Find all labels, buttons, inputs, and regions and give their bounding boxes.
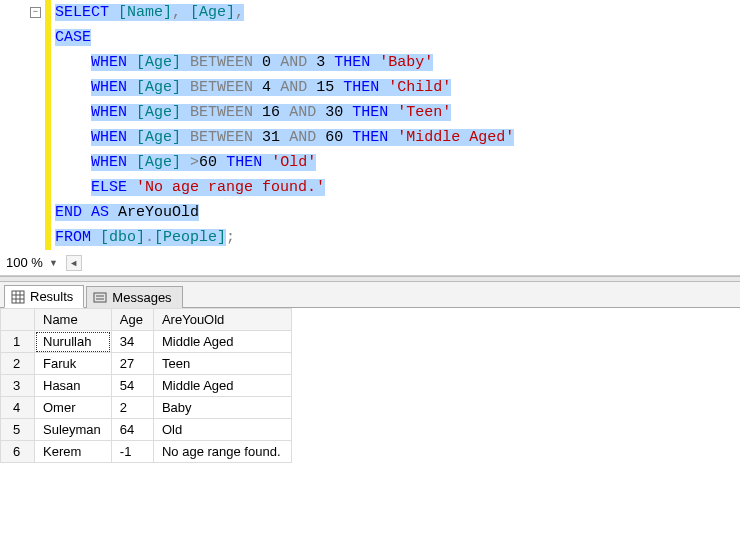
chevron-down-icon: ▼: [49, 258, 58, 268]
code-line[interactable]: WHEN [Age] BETWEEN 0 AND 3 THEN 'Baby': [55, 50, 514, 75]
code-token: 31: [262, 129, 280, 146]
code-token: [217, 154, 226, 171]
code-token: AND: [289, 104, 316, 121]
cell[interactable]: 34: [111, 331, 153, 353]
code-token: [127, 54, 136, 71]
cell[interactable]: Old: [153, 419, 291, 441]
fold-toggle-icon[interactable]: −: [30, 7, 41, 18]
code-token: [307, 54, 316, 71]
code-token: [280, 129, 289, 146]
table-row[interactable]: 4Omer2Baby: [1, 397, 292, 419]
code-token: [Age]: [136, 79, 181, 96]
cell[interactable]: Faruk: [35, 353, 112, 375]
col-header[interactable]: Age: [111, 309, 153, 331]
code-token: [343, 129, 352, 146]
code-token: [127, 154, 136, 171]
code-line[interactable]: END AS AreYouOld: [55, 200, 514, 225]
results-grid[interactable]: Name Age AreYouOld 1Nurullah34Middle Age…: [0, 308, 740, 555]
code-line[interactable]: CASE: [55, 25, 514, 50]
code-token: [Age]: [136, 129, 181, 146]
code-token: THEN: [226, 154, 262, 171]
scroll-left-button[interactable]: ◄: [66, 255, 82, 271]
code-token: [262, 154, 271, 171]
code-line[interactable]: SELECT [Name], [Age],: [55, 0, 514, 25]
code-token: ELSE: [91, 179, 127, 196]
editor-gutter: −: [0, 0, 45, 250]
cell[interactable]: Middle Aged: [153, 375, 291, 397]
code-content[interactable]: SELECT [Name], [Age],CASE WHEN [Age] BET…: [51, 0, 518, 250]
code-token: BETWEEN: [190, 129, 253, 146]
row-number[interactable]: 3: [1, 375, 35, 397]
code-token: [Name]: [118, 4, 172, 21]
cell[interactable]: 2: [111, 397, 153, 419]
code-token: 'Middle Aged': [397, 129, 514, 146]
code-line[interactable]: WHEN [Age] >60 THEN 'Old': [55, 150, 514, 175]
code-line[interactable]: FROM [dbo].[People];: [55, 225, 514, 250]
code-line[interactable]: WHEN [Age] BETWEEN 31 AND 60 THEN 'Middl…: [55, 125, 514, 150]
code-token: AND: [280, 79, 307, 96]
cell[interactable]: 64: [111, 419, 153, 441]
code-token: ,: [235, 4, 244, 21]
cell[interactable]: Middle Aged: [153, 331, 291, 353]
table-row[interactable]: 5Suleyman64Old: [1, 419, 292, 441]
row-number[interactable]: 2: [1, 353, 35, 375]
tab-messages[interactable]: Messages: [86, 286, 182, 308]
code-token: [181, 54, 190, 71]
code-line[interactable]: WHEN [Age] BETWEEN 4 AND 15 THEN 'Child': [55, 75, 514, 100]
code-token: [343, 104, 352, 121]
row-number[interactable]: 5: [1, 419, 35, 441]
table-row[interactable]: 3Hasan54Middle Aged: [1, 375, 292, 397]
code-token: [307, 79, 316, 96]
col-header[interactable]: AreYouOld: [153, 309, 291, 331]
row-number[interactable]: 4: [1, 397, 35, 419]
code-token: WHEN: [91, 129, 127, 146]
zoom-toolbar: 100 % ▼ ◄: [0, 250, 740, 276]
cell[interactable]: Baby: [153, 397, 291, 419]
cell[interactable]: No age range found.: [153, 441, 291, 463]
cell[interactable]: -1: [111, 441, 153, 463]
code-token: [55, 54, 91, 71]
zoom-dropdown[interactable]: 100 % ▼: [4, 253, 60, 272]
sql-editor[interactable]: − SELECT [Name], [Age],CASE WHEN [Age] B…: [0, 0, 740, 250]
code-token: BETWEEN: [190, 79, 253, 96]
code-token: BETWEEN: [190, 54, 253, 71]
col-header[interactable]: Name: [35, 309, 112, 331]
code-token: [379, 79, 388, 96]
code-token: [55, 79, 91, 96]
code-token: ,: [172, 4, 190, 21]
code-token: [109, 204, 118, 221]
cell[interactable]: Suleyman: [35, 419, 112, 441]
code-token: SELECT: [55, 4, 109, 21]
code-token: FROM: [55, 229, 91, 246]
cell[interactable]: 54: [111, 375, 153, 397]
code-token: [dbo]: [100, 229, 145, 246]
code-token: [253, 79, 262, 96]
code-token: [181, 129, 190, 146]
code-token: 60: [325, 129, 343, 146]
code-token: [388, 104, 397, 121]
cell[interactable]: Hasan: [35, 375, 112, 397]
code-line[interactable]: ELSE 'No age range found.': [55, 175, 514, 200]
row-number[interactable]: 6: [1, 441, 35, 463]
code-token: [82, 204, 91, 221]
table-row[interactable]: 6Kerem-1No age range found.: [1, 441, 292, 463]
code-token: AreYouOld: [118, 204, 199, 221]
code-token: 0: [262, 54, 271, 71]
cell[interactable]: Teen: [153, 353, 291, 375]
code-token: [Age]: [190, 4, 235, 21]
tab-results-label: Results: [30, 289, 73, 304]
table-row[interactable]: 2Faruk27Teen: [1, 353, 292, 375]
row-number[interactable]: 1: [1, 331, 35, 353]
code-line[interactable]: WHEN [Age] BETWEEN 16 AND 30 THEN 'Teen': [55, 100, 514, 125]
zoom-value: 100 %: [6, 255, 43, 270]
code-token: 3: [316, 54, 325, 71]
table-row[interactable]: 1Nurullah34Middle Aged: [1, 331, 292, 353]
code-token: [Age]: [136, 154, 181, 171]
cell[interactable]: Nurullah: [35, 331, 112, 353]
tab-results[interactable]: Results: [4, 285, 84, 308]
code-token: [181, 79, 190, 96]
cell[interactable]: Omer: [35, 397, 112, 419]
cell[interactable]: Kerem: [35, 441, 112, 463]
cell[interactable]: 27: [111, 353, 153, 375]
code-token: WHEN: [91, 54, 127, 71]
